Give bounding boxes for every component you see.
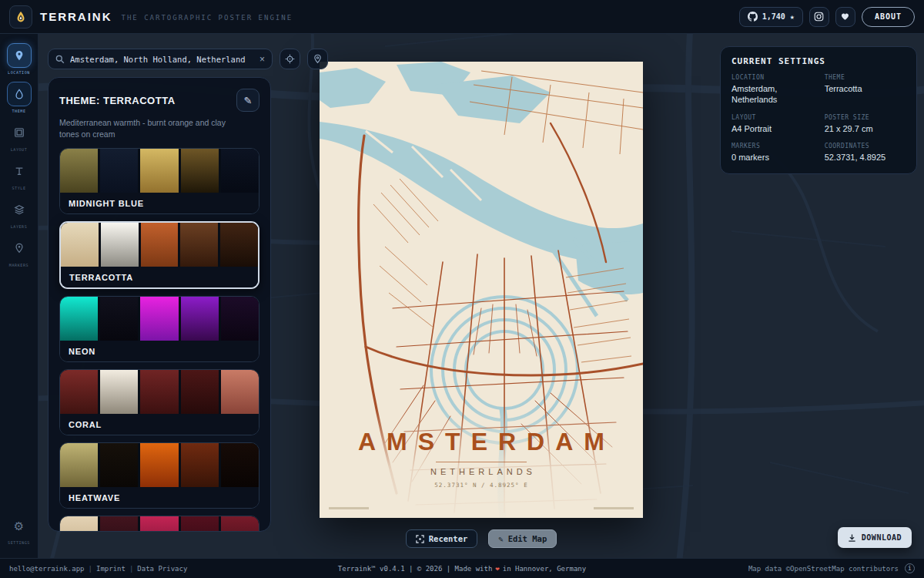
- theme-name: MIDNIGHT BLUE: [60, 193, 259, 213]
- theme-swatch: [221, 149, 259, 193]
- footer-separator: |: [129, 565, 133, 573]
- theme-card-heatwave[interactable]: HEATWAVE: [59, 442, 259, 509]
- theme-swatch: [100, 297, 138, 341]
- poster-fineprint-right: [594, 507, 634, 509]
- theme-card-neon[interactable]: NEON: [59, 296, 259, 362]
- theme-swatches: [60, 297, 259, 341]
- header: TERRAINK THE CARTOGRAPHIC POSTER ENGINE …: [0, 0, 924, 34]
- flame-logo-icon: [14, 10, 28, 24]
- setting-coordinates: COORDINATES 52.3731, 4.8925: [825, 143, 906, 163]
- app-logo: [9, 5, 32, 29]
- theme-swatch: [100, 370, 138, 414]
- setting-label: MARKERS: [732, 143, 817, 150]
- download-button[interactable]: DOWNLOAD: [838, 527, 912, 548]
- about-button[interactable]: ABOUT: [862, 7, 915, 27]
- pin-icon: [313, 54, 323, 64]
- theme-swatch: [221, 297, 259, 341]
- geolocate-button[interactable]: [280, 49, 300, 69]
- gear-icon: ⚙: [7, 513, 32, 538]
- footer-privacy-link[interactable]: Data Privacy: [137, 565, 187, 573]
- sidebar-item-location[interactable]: LOCATION: [7, 43, 32, 75]
- edit-theme-button[interactable]: ✎: [236, 89, 259, 112]
- poster-coordinates: 52.3731° N / 4.8925° E: [320, 482, 643, 489]
- setting-label: COORDINATES: [825, 143, 906, 150]
- location-pin-icon: [7, 43, 32, 68]
- poster-country: NETHERLANDS: [320, 467, 643, 476]
- theme-card-terracotta[interactable]: TERRACOTTA: [59, 221, 259, 289]
- theme-card-midnight-blue[interactable]: MIDNIGHT BLUE: [59, 148, 259, 214]
- instagram-button[interactable]: [809, 7, 829, 27]
- setting-value: 21 x 29.7 cm: [825, 123, 906, 134]
- theme-swatch: [181, 149, 219, 193]
- poster-city-title: AMSTERDAM: [320, 428, 643, 456]
- github-stars-button[interactable]: 1,740 ★: [739, 7, 803, 27]
- setting-value: Amsterdam, Netherlands: [732, 83, 817, 106]
- theme-card-coral[interactable]: CORAL: [59, 369, 259, 435]
- crosshair-icon: [285, 54, 295, 64]
- sidebar-item-markers[interactable]: MARKERS: [7, 236, 32, 267]
- edit-map-button[interactable]: ✎ Edit Map: [488, 529, 557, 548]
- theme-swatch: [140, 443, 178, 487]
- theme-swatch: [101, 223, 139, 267]
- footer-version-text: Terraink™ v0.4.1 | © 2026 | Made with ❤ …: [338, 565, 586, 573]
- footer-imprint-link[interactable]: Imprint: [96, 565, 126, 573]
- theme-swatch: [180, 223, 218, 267]
- poster-preview[interactable]: AMSTERDAM NETHERLANDS 52.3731° N / 4.892…: [320, 62, 643, 518]
- github-star-count: 1,740: [762, 12, 785, 21]
- info-icon[interactable]: i: [905, 563, 915, 573]
- theme-description: Mediterranean warmth - burnt orange and …: [59, 117, 241, 139]
- setting-theme: THEME Terracotta: [825, 74, 906, 106]
- theme-name: CORAL: [60, 414, 259, 435]
- theme-swatch: [60, 443, 98, 487]
- sidebar-item-label: STYLE: [12, 186, 25, 190]
- theme-swatch: [220, 223, 258, 267]
- sponsor-button[interactable]: [835, 7, 855, 27]
- clear-search-icon[interactable]: ×: [259, 55, 265, 64]
- poster-fineprint-left: [329, 507, 369, 509]
- search-row: ×: [48, 49, 328, 69]
- sidebar-item-label: SETTINGS: [8, 540, 30, 545]
- recenter-label: Recenter: [429, 534, 468, 543]
- sidebar-item-settings[interactable]: ⚙ SETTINGS: [7, 513, 32, 545]
- theme-panel-title: THEME: TERRACOTTA: [59, 95, 176, 106]
- sidebar-item-layers[interactable]: LAYERS: [7, 197, 32, 229]
- theme-swatch: [140, 297, 178, 341]
- poster-actions: Recenter ✎ Edit Map: [320, 529, 643, 548]
- sidebar: LOCATION THEME LAYOUT STYLE LAYERS MARKE…: [0, 34, 38, 558]
- setting-layout: LAYOUT A4 Portrait: [732, 114, 817, 134]
- poster-divider: [436, 462, 527, 462]
- theme-swatches: [60, 149, 259, 193]
- recenter-button[interactable]: Recenter: [406, 529, 478, 548]
- theme-swatch: [221, 443, 259, 487]
- typography-icon: [7, 159, 32, 183]
- search-input[interactable]: [70, 55, 254, 64]
- theme-swatch: [221, 370, 259, 414]
- theme-swatch: [181, 370, 219, 414]
- theme-card-partial[interactable]: [59, 516, 259, 532]
- footer-email-link[interactable]: hello@terraink.app: [9, 565, 85, 573]
- theme-name: TERRACOTTA: [61, 267, 258, 287]
- theme-swatch: [140, 370, 178, 414]
- theme-swatch: [100, 516, 138, 532]
- sidebar-item-layout[interactable]: LAYOUT: [7, 120, 32, 152]
- theme-swatch: [60, 516, 98, 532]
- search-box[interactable]: ×: [48, 49, 273, 69]
- sidebar-item-style[interactable]: STYLE: [7, 159, 32, 190]
- instagram-icon: [814, 12, 824, 22]
- theme-swatch: [181, 443, 219, 487]
- sidebar-item-theme[interactable]: THEME: [7, 82, 32, 113]
- theme-swatch: [60, 370, 98, 414]
- heart-icon: [840, 12, 850, 22]
- drop-marker-button[interactable]: [307, 49, 328, 69]
- download-label: DOWNLOAD: [862, 533, 902, 542]
- poster-title-block: AMSTERDAM NETHERLANDS 52.3731° N / 4.892…: [320, 428, 643, 489]
- setting-value: Terracotta: [825, 83, 906, 94]
- theme-swatch: [140, 149, 178, 193]
- setting-markers: MARKERS 0 markers: [732, 143, 817, 163]
- theme-swatches: [60, 443, 259, 487]
- theme-swatch: [100, 443, 138, 487]
- footer: hello@terraink.app | Imprint | Data Priv…: [0, 558, 924, 578]
- theme-swatch: [221, 516, 259, 532]
- theme-swatch: [141, 223, 179, 267]
- star-icon: ★: [790, 12, 795, 21]
